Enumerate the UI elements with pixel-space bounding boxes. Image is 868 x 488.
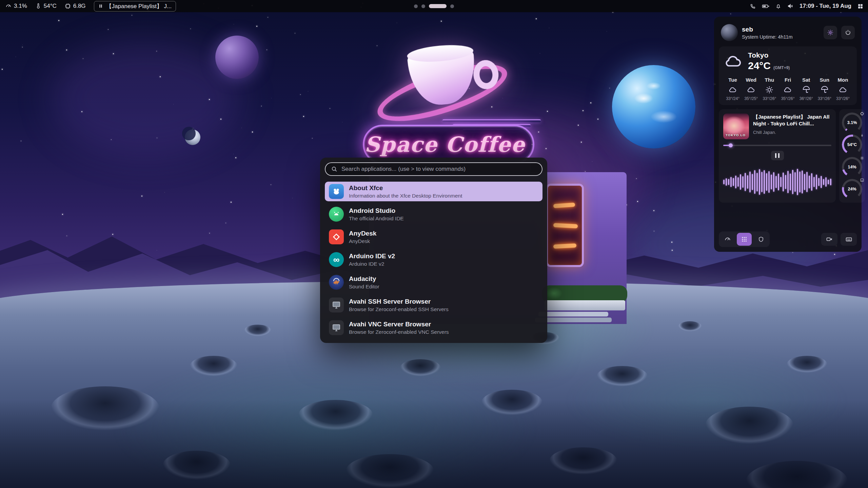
keyboard-button[interactable]: [841, 233, 857, 246]
notifications-bell-icon[interactable]: [775, 3, 781, 9]
forecast-day: Mon 33°/26°: [834, 77, 852, 101]
screencast-button[interactable]: [821, 233, 837, 246]
weather-city: Tokyo: [748, 51, 790, 59]
crater: [678, 321, 702, 331]
search-bar[interactable]: [325, 162, 542, 176]
clock[interactable]: 17:09 - Tue, 19 Aug: [800, 3, 851, 9]
cpu-gauge-icon: [5, 3, 12, 9]
shield-button[interactable]: [753, 233, 768, 246]
dock-left-group: [719, 231, 770, 247]
launcher-item[interactable]: Android Studio The official Android IDE: [325, 204, 542, 224]
apps-button[interactable]: [737, 233, 752, 246]
album-art-text: TOKYO LO: [726, 133, 746, 137]
progress-handle[interactable]: [729, 143, 733, 147]
crater: [190, 356, 237, 376]
umbrella-rain-icon: [797, 85, 815, 94]
pause-button[interactable]: [771, 151, 784, 160]
playback-progress[interactable]: [723, 145, 831, 146]
arduino-icon: ∞: [329, 252, 344, 267]
umbrella-rain-icon: [815, 85, 834, 94]
app-subtitle: Information about the Xfce Desktop Envir…: [349, 193, 462, 199]
stats-button[interactable]: [720, 233, 735, 246]
quick-actions: [719, 231, 857, 247]
forecast-row: Tue 33°/24° Wed 35°/25° Thu 33°/26° Fri …: [724, 77, 852, 101]
pediment-bar: [442, 119, 541, 122]
topbar-right: 17:09 - Tue, 19 Aug: [750, 3, 868, 9]
temperature-gauge-value: 54°C: [842, 135, 862, 155]
forecast-day: Sun 33°/26°: [815, 77, 834, 101]
system-uptime: System Uptime: 4h11m: [742, 34, 820, 40]
cloud-icon: [724, 85, 742, 94]
cloud-icon: [834, 85, 852, 94]
crescent-moon: [185, 129, 200, 145]
cpu-chip-icon: [860, 111, 864, 116]
phone-icon[interactable]: [750, 3, 756, 9]
search-input[interactable]: [341, 166, 536, 172]
temp-indicator[interactable]: 54°C: [35, 3, 57, 9]
topbar-left: 3.1% 54°C 6.8G 【Japanese Playlist】 J...: [0, 1, 176, 12]
app-subtitle: Sound Editor: [349, 284, 379, 290]
memory-gauge-value: 14%: [842, 157, 862, 177]
neon-sign-text: Space Coffee: [364, 132, 525, 157]
disk-gauge: 24%: [842, 179, 862, 199]
window-neon: [553, 223, 578, 228]
power-button[interactable]: [841, 26, 855, 39]
app-title: Avahi SSH Server Browser: [349, 298, 449, 306]
temperature-gauge: 54°C: [842, 135, 862, 155]
app-subtitle: AnyDesk: [349, 238, 376, 244]
workspace-dot[interactable]: [450, 4, 454, 8]
thermometer-icon: [860, 134, 864, 138]
forecast-day: Sat 36°/26°: [797, 77, 815, 101]
cloud-icon: [724, 52, 743, 71]
app-grid-icon[interactable]: [857, 3, 863, 9]
media-title: 【Japanese Playlist】 Japan All Night - To…: [753, 114, 831, 127]
avatar[interactable]: [721, 24, 738, 41]
planter-box: [545, 300, 625, 310]
weather-widget[interactable]: Tokyo 24°C (GMT+9) Tue 33°/24° Wed 35°/2…: [719, 46, 857, 105]
memory-indicator[interactable]: 6.8G: [65, 3, 86, 9]
album-art[interactable]: TOKYO LO: [723, 114, 749, 139]
launcher-item[interactable]: About Xfce Information about the Xfce De…: [325, 182, 542, 201]
cloud-icon: [778, 85, 797, 94]
search-icon: [331, 166, 338, 172]
gear-icon: [860, 156, 864, 160]
workspace-dot[interactable]: [414, 4, 418, 8]
launcher-item[interactable]: ∞ Arduino IDE v2 Arduino IDE v2: [325, 250, 542, 269]
memory-text: 6.8G: [73, 3, 86, 9]
weather-header: Tokyo 24°C (GMT+9): [724, 51, 852, 72]
waveform: [723, 166, 831, 198]
battery-icon[interactable]: [762, 3, 769, 9]
cpu-usage-text: 3.1%: [14, 3, 27, 9]
crater: [787, 356, 827, 373]
settings-button[interactable]: [824, 26, 837, 39]
app-title: About Xfce: [349, 184, 462, 192]
workspace-active-pill[interactable]: [429, 4, 447, 8]
app-title: Avahi VNC Server Browser: [349, 320, 449, 328]
volume-icon[interactable]: [787, 3, 793, 9]
app-title: AnyDesk: [349, 229, 376, 238]
launcher-results: About Xfce Information about the Xfce De…: [325, 182, 542, 338]
dashboard-panel: seb System Uptime: 4h11m Tokyo 24°C (GMT…: [714, 17, 862, 252]
saturn-coffee-cup: [380, 42, 508, 124]
dock-right-group: [821, 233, 857, 246]
app-subtitle: Browse for Zeroconf-enabled VNC Servers: [349, 329, 449, 335]
forecast-day: Thu 33°/26°: [760, 77, 778, 101]
temp-text: 54°C: [44, 3, 57, 9]
workspace-dot[interactable]: [421, 4, 425, 8]
forecast-day: Fri 35°/26°: [778, 77, 797, 101]
media-subtitle: Chill Japan.: [753, 130, 831, 135]
cpu-gauge: 3.1%: [842, 113, 862, 133]
cpu-indicator[interactable]: 3.1%: [5, 3, 27, 9]
android-studio-icon: [329, 207, 344, 222]
forecast-day: Wed 35°/25°: [742, 77, 760, 101]
app-launcher: About Xfce Information about the Xfce De…: [320, 158, 547, 343]
now-playing-text: 【Japanese Playlist】 J...: [106, 2, 172, 10]
audacity-icon: [329, 275, 344, 290]
launcher-item[interactable]: Avahi SSH Server Browser Browse for Zero…: [325, 295, 542, 315]
launcher-item[interactable]: AnyDesk AnyDesk: [325, 227, 542, 247]
launcher-item[interactable]: Audacity Sound Editor: [325, 272, 542, 292]
app-title: Android Studio: [349, 207, 404, 215]
window-neon: [553, 243, 577, 249]
now-playing-widget[interactable]: 【Japanese Playlist】 J...: [94, 1, 176, 12]
launcher-item[interactable]: Avahi VNC Server Browser Browse for Zero…: [325, 318, 542, 338]
